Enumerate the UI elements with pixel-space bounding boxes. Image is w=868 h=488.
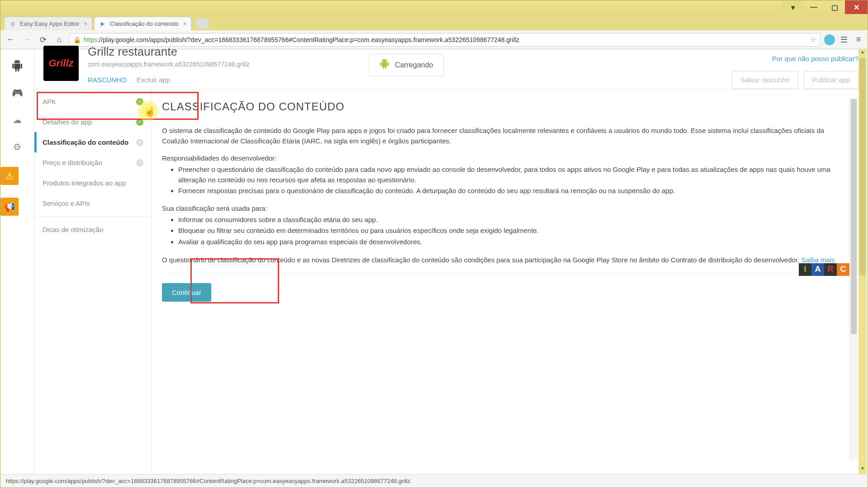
app-icon: Grillz xyxy=(43,46,79,81)
side-navigation: APK ✓ Detalhes do app ✓ Classificação do… xyxy=(34,90,152,474)
window-user-icon[interactable]: ▾ xyxy=(783,0,803,14)
tab-close-icon[interactable]: × xyxy=(84,20,88,27)
check-icon: ✓ xyxy=(136,98,143,105)
continue-button[interactable]: Continuar xyxy=(162,283,211,302)
settings-gear-icon[interactable]: ⚙ xyxy=(10,140,24,154)
scrollbar-thumb[interactable] xyxy=(859,58,866,275)
responsibilities-heading: Responsabilidades do desenvolvedor: xyxy=(162,154,849,162)
iarc-letter-c: C xyxy=(837,263,849,276)
tab-title: Easy Easy Apps Editor xyxy=(20,20,80,27)
nav-label: Dicas de otimização xyxy=(43,226,103,233)
intro-paragraph: O sistema de classificação de conteúdo d… xyxy=(162,126,849,146)
alerts-icon[interactable]: ⚠ xyxy=(0,167,19,185)
browser-tab-inactive[interactable]: ◎ Easy Easy Apps Editor × xyxy=(4,17,92,30)
learn-more-link[interactable]: Saiba mais xyxy=(801,256,835,264)
check-icon: ✓ xyxy=(136,139,143,146)
window-maximize-button[interactable]: ▢ xyxy=(824,0,845,14)
content-scrollbar[interactable] xyxy=(849,98,858,460)
check-icon: ✓ xyxy=(136,159,143,166)
app-header: Grillz Grillz restaurante com.easyeasyap… xyxy=(34,49,868,90)
window-close-button[interactable]: ✕ xyxy=(845,0,868,14)
nav-label: Detalhes do app xyxy=(43,118,92,126)
publish-app-button[interactable]: Publicar app xyxy=(804,71,859,89)
browser-tab-active[interactable]: ▶ Classificação do conteúdo × xyxy=(94,17,191,30)
nav-label: Classificação do conteúdo xyxy=(43,138,128,146)
nav-label: APK xyxy=(43,98,56,105)
nav-separator xyxy=(34,216,152,217)
nav-item-apk[interactable]: APK ✓ xyxy=(34,91,152,112)
address-bar[interactable]: 🔒 https://play.google.com/apps/publish/?… xyxy=(69,33,821,47)
page-body: CLASSIFICAÇÃO DO CONTEÚDO O sistema de c… xyxy=(152,90,868,474)
nav-label: Preço e distribuição xyxy=(43,159,102,166)
page-content: 🎮 ☁ ⚙ ⚠ 📢 Grillz Grillz restaurante com.… xyxy=(0,49,868,474)
android-icon[interactable] xyxy=(10,58,24,73)
nav-item-iap[interactable]: Produtos integrados ao app xyxy=(34,173,152,193)
usage-heading: Sua classificação será usada para: xyxy=(162,204,849,212)
url-protocol: https xyxy=(84,36,97,43)
android-loading-icon xyxy=(379,59,389,71)
usage-list: Informar os consumidores sobre a classif… xyxy=(178,215,849,247)
why-cant-publish-link[interactable]: Por que não posso publicar? xyxy=(772,55,859,62)
bookmark-star-icon[interactable]: ☆ xyxy=(810,35,816,44)
lock-icon: 🔒 xyxy=(73,36,81,43)
tab-favicon-play-icon: ▶ xyxy=(99,20,106,28)
list-item: Avaliar a qualificação do seu app para p… xyxy=(178,237,849,247)
nav-item-pricing[interactable]: Preço e distribuição ✓ xyxy=(34,152,152,173)
app-icon-text: Grillz xyxy=(48,57,73,69)
back-button[interactable]: ← xyxy=(4,33,17,46)
app-status-draft[interactable]: RASCUNHO xyxy=(88,76,127,84)
loading-label: Carregando xyxy=(395,61,433,69)
loading-indicator: Carregando xyxy=(369,54,444,76)
nav-item-details[interactable]: Detalhes do app ✓ xyxy=(34,112,152,132)
new-tab-button[interactable] xyxy=(196,19,209,28)
list-item: Fornecer respostas precisas para o quest… xyxy=(178,186,849,196)
reload-button[interactable]: ⟳ xyxy=(37,33,49,46)
scroll-down-arrow-icon[interactable]: ▼ xyxy=(859,466,867,474)
list-item: Preencher o questionário de classificaçã… xyxy=(178,165,849,185)
url-text: ://play.google.com/apps/publish/?dev_acc… xyxy=(97,36,519,43)
nav-item-optimization-tips[interactable]: Dicas de otimização xyxy=(34,219,152,240)
app-package: com.easyeasyapps.framework.a532265109867… xyxy=(88,61,859,68)
list-item: Informar os consumidores sobre a classif… xyxy=(178,215,849,225)
announcements-icon[interactable]: 📢 xyxy=(0,198,19,216)
scroll-up-arrow-icon[interactable]: ▲ xyxy=(859,49,867,57)
tab-close-icon[interactable]: × xyxy=(183,20,187,27)
nav-item-services[interactable]: Serviços e APIs xyxy=(34,193,152,213)
nav-label: Produtos integrados ao app xyxy=(43,179,126,187)
scrollbar-thumb[interactable] xyxy=(851,99,857,334)
window-scrollbar[interactable]: ▲ ▼ xyxy=(859,49,867,474)
forward-button: → xyxy=(20,33,33,46)
delete-app-link[interactable]: Excluir app xyxy=(137,76,170,84)
footer-paragraph: O questionário de classificação do conte… xyxy=(162,255,849,265)
window-titlebar: ▾ — ▢ ✕ xyxy=(0,0,868,14)
footer-text: O questionário de classificação do conte… xyxy=(162,256,801,264)
extension-icon[interactable] xyxy=(824,34,835,45)
nav-label: Serviços e APIs xyxy=(43,199,90,207)
divider xyxy=(162,274,849,274)
list-item: Bloquear ou filtrar seu conteúdo em dete… xyxy=(178,226,849,236)
status-url: https://play.google.com/apps/publish/?de… xyxy=(6,478,411,484)
browser-status-bar: https://play.google.com/apps/publish/?de… xyxy=(0,474,868,488)
games-icon[interactable]: 🎮 xyxy=(10,85,24,100)
window-minimize-button[interactable]: — xyxy=(803,0,824,14)
home-button[interactable]: ⌂ xyxy=(53,33,66,46)
tab-strip: ◎ Easy Easy Apps Editor × ▶ Classificaçã… xyxy=(0,14,868,30)
icon-rail: 🎮 ☁ ⚙ ⚠ 📢 xyxy=(0,49,34,474)
check-icon: ✓ xyxy=(136,118,143,126)
cloud-icon[interactable]: ☁ xyxy=(10,113,24,127)
overflow-menu-icon[interactable]: ☰ xyxy=(839,35,849,45)
app-title: Grillz restaurante xyxy=(88,45,859,59)
chrome-menu-icon[interactable]: ≡ xyxy=(853,35,864,44)
tab-title: Classificação do conteúdo xyxy=(110,20,179,27)
tab-favicon-icon: ◎ xyxy=(9,20,16,28)
page-heading: CLASSIFICAÇÃO DO CONTEÚDO xyxy=(162,100,849,113)
responsibilities-list: Preencher o questionário de classificaçã… xyxy=(178,165,849,196)
save-draft-button[interactable]: Salvar rascunho xyxy=(732,71,798,89)
nav-item-content-rating[interactable]: Classificação do conteúdo ✓ xyxy=(34,132,152,152)
